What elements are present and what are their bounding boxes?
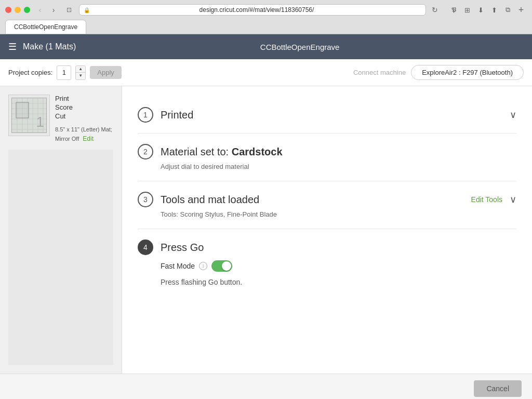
step-3-left: 3 Tools and mat loaded xyxy=(138,192,259,207)
step-1-chevron[interactable]: ∨ xyxy=(510,109,516,121)
browser-tab[interactable]: CCBottleOpenEngrave xyxy=(5,20,86,34)
duplicate-button[interactable]: ⧉ xyxy=(502,4,513,16)
step-1-title: Printed xyxy=(161,109,193,121)
pinterest-button[interactable]: 𝕻 xyxy=(448,4,459,16)
cancel-button[interactable]: Cancel xyxy=(474,380,522,397)
step-3-subtitle: Tools: Scoring Stylus, Fine-Point Blade xyxy=(161,210,516,218)
reload-button[interactable]: ↻ xyxy=(429,4,441,16)
step-1-left: 1 Printed xyxy=(138,107,193,123)
tab-title: CCBottleOpenEngrave xyxy=(14,23,77,31)
edit-tools-link[interactable]: Edit Tools xyxy=(471,195,502,204)
app-container: ☰ Make (1 Mats) CCBottleOpenEngrave Proj… xyxy=(0,34,532,399)
connect-machine-label: Connect machine xyxy=(353,69,406,76)
mat-step-score: Score xyxy=(55,103,113,111)
traffic-lights xyxy=(5,7,30,13)
step-4-title: Press Go xyxy=(161,242,204,254)
back-button[interactable]: ‹ xyxy=(34,4,46,16)
make-title: Make (1 Mats) xyxy=(23,42,76,51)
toggle-thumb xyxy=(222,261,231,271)
sidebar: 1 Print Score Cut 8.5" x 11" (Letter) Ma… xyxy=(0,86,122,374)
apply-button[interactable]: Apply xyxy=(90,66,122,79)
step-4-circle: 4 xyxy=(138,240,153,255)
fullscreen-traffic-light[interactable] xyxy=(24,7,30,13)
mat-thumbnail: 1 xyxy=(8,95,50,136)
step-3-chevron[interactable]: ∨ xyxy=(510,194,516,205)
mat-preview: 1 Print Score Cut 8.5" x 11" (Letter) Ma… xyxy=(8,95,113,143)
top-controls: Project copies: 1 ▲ ▼ Apply Connect mach… xyxy=(0,59,532,86)
copies-stepper[interactable]: ▲ ▼ xyxy=(75,65,86,80)
hamburger-menu[interactable]: ☰ xyxy=(8,41,17,52)
copies-value: 1 xyxy=(57,65,71,80)
stepper-up-button[interactable]: ▲ xyxy=(76,66,85,73)
step-2: 2 Material set to: Cardstock Adjust dial… xyxy=(138,134,516,181)
minimize-traffic-light[interactable] xyxy=(15,7,21,13)
project-title: CCBottleOpenEngrave xyxy=(76,43,524,51)
close-traffic-light[interactable] xyxy=(5,7,11,13)
step-3-header: 3 Tools and mat loaded Edit Tools ∨ xyxy=(138,192,516,207)
machine-selector-button[interactable]: ExploreAir2 : F297 (Bluetooth) xyxy=(411,65,524,80)
window-button[interactable]: ⊡ xyxy=(63,4,75,16)
forward-button[interactable]: › xyxy=(48,4,59,16)
step-2-header: 2 Material set to: Cardstock xyxy=(138,144,516,159)
connect-section: Connect machine ExploreAir2 : F297 (Blue… xyxy=(353,65,524,80)
extension-button[interactable]: ⊞ xyxy=(461,4,473,16)
step-4-left: 4 Press Go xyxy=(138,240,204,255)
mat-steps: Print Score Cut xyxy=(55,95,113,120)
download-button[interactable]: ⬇ xyxy=(475,4,486,16)
step-3-title: Tools and mat loaded xyxy=(161,194,259,206)
address-bar[interactable]: 🔒 design.cricut.com/#/mat/view/118360756… xyxy=(79,4,426,16)
step-1-header: 1 Printed ∨ xyxy=(138,107,516,123)
info-icon[interactable]: i xyxy=(199,262,207,270)
fast-mode-row: Fast Mode i xyxy=(161,260,516,272)
mat-step-cut: Cut xyxy=(55,112,113,120)
url-text: design.cricut.com/#/mat/view/118360756/ xyxy=(92,6,421,14)
app-footer: Cancel xyxy=(0,374,532,399)
fast-mode-label: Fast Mode xyxy=(161,262,195,270)
browser-chrome: ‹ › ⊡ 🔒 design.cricut.com/#/mat/view/118… xyxy=(0,0,532,34)
stepper-down-button[interactable]: ▼ xyxy=(76,73,85,79)
step-4: 4 Press Go Fast Mode i Press flashing Go… xyxy=(138,229,516,297)
sidebar-bottom xyxy=(8,150,113,366)
main-content: 1 Print Score Cut 8.5" x 11" (Letter) Ma… xyxy=(0,86,532,374)
share-button[interactable]: ⬆ xyxy=(488,4,500,16)
mat-step-print: Print xyxy=(55,95,113,102)
step-2-subtitle: Adjust dial to desired material xyxy=(161,163,516,170)
lock-icon: 🔒 xyxy=(84,7,90,13)
fast-mode-toggle[interactable] xyxy=(211,260,232,272)
step-1: 1 Printed ∨ xyxy=(138,97,516,134)
step-2-left: 2 Material set to: Cardstock xyxy=(138,144,283,159)
step-3: 3 Tools and mat loaded Edit Tools ∨ Tool… xyxy=(138,181,516,229)
edit-mat-link[interactable]: Edit xyxy=(83,135,94,142)
add-tab-button[interactable]: + xyxy=(515,4,527,16)
mat-details: 8.5" x 11" (Letter) Mat; Mirror Off Edit xyxy=(55,125,113,143)
step-2-title: Material set to: Cardstock xyxy=(161,146,283,158)
project-copies-label: Project copies: xyxy=(8,69,52,76)
project-copies-section: Project copies: 1 ▲ ▼ Apply xyxy=(8,65,122,80)
step-1-circle: 1 xyxy=(138,107,153,123)
svg-rect-13 xyxy=(16,102,29,118)
step-3-circle: 3 xyxy=(138,192,153,207)
mat-info: Print Score Cut 8.5" x 11" (Letter) Mat;… xyxy=(55,95,113,143)
app-header: ☰ Make (1 Mats) CCBottleOpenEngrave xyxy=(0,34,532,59)
press-go-text: Press flashing Go button. xyxy=(161,278,516,286)
step-4-header: 4 Press Go xyxy=(138,240,516,255)
steps-area: 1 Printed ∨ 2 Material set to: Cardstock… xyxy=(122,86,532,374)
mat-number: 1 xyxy=(36,114,44,130)
step-2-circle: 2 xyxy=(138,144,153,159)
